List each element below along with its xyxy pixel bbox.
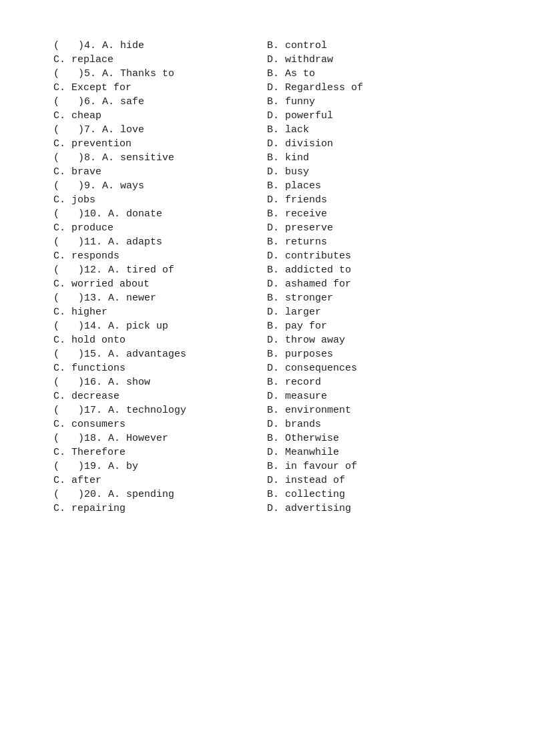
option-c-18: C. Therefore	[53, 447, 267, 458]
blank-paren-close: )	[78, 68, 84, 79]
option-b-text: addicted to	[285, 264, 351, 276]
option-c-text: brave	[71, 166, 101, 178]
option-d-19: D. instead of	[267, 475, 481, 486]
option-d-text: instead of	[285, 475, 345, 486]
blank-paren-open: (	[53, 96, 59, 108]
option-b-text: environment	[285, 405, 351, 416]
option-d-text: throw away	[285, 335, 345, 346]
answer-blank-14[interactable]	[59, 321, 78, 332]
answer-blank-20[interactable]	[59, 489, 78, 500]
option-d-text: larger	[285, 307, 321, 318]
answer-blank-10[interactable]	[59, 208, 78, 220]
option-c-text: hold onto	[71, 335, 125, 346]
answer-blank-13[interactable]	[59, 293, 78, 304]
answer-blank-15[interactable]	[59, 349, 78, 360]
blank-paren-close: )	[78, 96, 84, 108]
option-a-label: A.	[102, 489, 120, 500]
answer-blank-5[interactable]	[59, 68, 78, 79]
option-a-7: ( )7. A. love	[53, 124, 267, 136]
option-b-10: B. receive	[267, 208, 481, 220]
option-d-9: D. friends	[267, 194, 481, 206]
question-row1-6: ( )6. A. safeB. funny	[53, 96, 481, 108]
question-block-5: ( )5. A. Thanks toB. As toC. Except forD…	[53, 68, 481, 93]
answer-blank-17[interactable]	[59, 405, 78, 416]
blank-paren-close: )	[78, 489, 84, 500]
question-block-15: ( )15. A. advantagesB. purposesC. functi…	[53, 349, 481, 374]
blank-paren-close: )	[78, 264, 84, 276]
option-c-text: functions	[71, 363, 125, 374]
question-row1-18: ( )18. A. HoweverB. Otherwise	[53, 433, 481, 444]
question-number-16: 16.	[84, 377, 102, 388]
option-c-14: C. hold onto	[53, 335, 267, 346]
question-row2-12: C. worried aboutD. ashamed for	[53, 278, 481, 290]
option-d-label: D.	[267, 335, 279, 346]
option-b-4: B. control	[267, 40, 481, 51]
option-b-label: B.	[267, 180, 279, 192]
answer-blank-18[interactable]	[59, 433, 78, 444]
option-a-text: technology	[126, 405, 186, 416]
answer-blank-11[interactable]	[59, 236, 78, 248]
option-d-17: D. brands	[267, 419, 481, 430]
option-a-8: ( )8. A. sensitive	[53, 152, 267, 164]
option-b-16: B. record	[267, 377, 481, 388]
option-c-5: C. Except for	[53, 82, 267, 93]
option-a-14: ( )14. A. pick up	[53, 321, 267, 332]
option-a-4: ( )4. A. hide	[53, 40, 267, 51]
blank-paren-close: )	[78, 433, 84, 444]
blank-paren-open: (	[53, 264, 59, 276]
blank-paren-close: )	[78, 461, 84, 472]
option-a-text: love	[120, 124, 144, 136]
option-b-9: B. places	[267, 180, 481, 192]
question-row2-16: C. decreaseD. measure	[53, 391, 481, 402]
answer-blank-7[interactable]	[59, 124, 78, 136]
question-number-10: 10.	[84, 208, 102, 220]
answer-blank-9[interactable]	[59, 180, 78, 192]
blank-paren-close: )	[78, 321, 84, 332]
blank-paren-close: )	[78, 180, 84, 192]
option-a-17: ( )17. A. technology	[53, 405, 267, 416]
question-row2-7: C. preventionD. division	[53, 138, 481, 150]
option-d-label: D.	[267, 110, 279, 122]
option-b-label: B.	[267, 433, 279, 444]
question-row2-5: C. Except forD. Regardless of	[53, 82, 481, 93]
option-d-text: division	[285, 138, 333, 150]
option-c-15: C. functions	[53, 363, 267, 374]
option-d-15: D. consequences	[267, 363, 481, 374]
option-c-label: C.	[53, 363, 65, 374]
question-number-8: 8.	[84, 152, 96, 164]
option-c-17: C. consumers	[53, 419, 267, 430]
option-a-text: newer	[126, 293, 156, 304]
option-a-text: show	[126, 377, 150, 388]
option-a-text: advantages	[126, 349, 186, 360]
question-number-13: 13.	[84, 293, 102, 304]
option-d-label: D.	[267, 503, 279, 514]
question-number-12: 12.	[84, 264, 102, 276]
option-b-20: B. collecting	[267, 489, 481, 500]
option-d-text: ashamed for	[285, 278, 351, 290]
answer-blank-16[interactable]	[59, 377, 78, 388]
answer-blank-8[interactable]	[59, 152, 78, 164]
option-c-text: consumers	[71, 419, 125, 430]
option-d-label: D.	[267, 363, 279, 374]
option-d-20: D. advertising	[267, 503, 481, 514]
option-a-label: A.	[102, 208, 120, 220]
blank-paren-open: (	[53, 208, 59, 220]
answer-blank-6[interactable]	[59, 96, 78, 108]
question-number-7: 7.	[84, 124, 96, 136]
question-row1-10: ( )10. A. donateB. receive	[53, 208, 481, 220]
blank-paren-open: (	[53, 152, 59, 164]
option-b-text: control	[285, 40, 327, 51]
option-d-text: measure	[285, 391, 327, 402]
blank-paren-open: (	[53, 293, 59, 304]
answer-blank-19[interactable]	[59, 461, 78, 472]
answer-blank-4[interactable]	[59, 40, 78, 51]
option-c-label: C.	[53, 278, 65, 290]
option-a-label: A.	[102, 461, 120, 472]
option-d-text: Regardless of	[285, 82, 363, 93]
option-b-label: B.	[267, 461, 279, 472]
answer-blank-12[interactable]	[59, 264, 78, 276]
blank-paren-open: (	[53, 377, 59, 388]
question-number-18: 18.	[84, 433, 102, 444]
question-row2-10: C. produceD. preserve	[53, 222, 481, 234]
option-d-text: contributes	[285, 250, 351, 262]
